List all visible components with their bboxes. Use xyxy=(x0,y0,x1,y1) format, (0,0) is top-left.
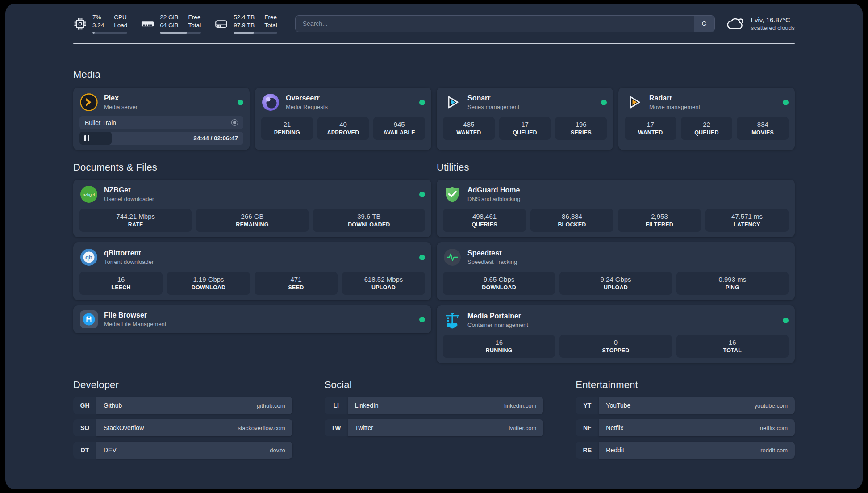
stat-label: SERIES xyxy=(558,130,604,136)
weather-condition: scattered clouds xyxy=(751,25,795,31)
stat-label: STOPPED xyxy=(562,347,669,354)
stat-value: 16 xyxy=(446,338,552,346)
stat-tile-queued: 22 QUEUED xyxy=(681,117,733,140)
bookmark-abbr: TW xyxy=(325,419,348,436)
ram-metric: 22 GiB 64 GiB Free Total xyxy=(141,13,201,34)
bookmark-abbr: SO xyxy=(73,419,96,436)
app-card-nzbget[interactable]: nzbget NZBGet Usenet downloader 744.21 M… xyxy=(73,180,431,237)
bookmark-github[interactable]: GH Github github.com xyxy=(73,397,292,414)
app-name-adguard: AdGuard Home xyxy=(467,186,521,194)
status-online-dot xyxy=(783,318,789,323)
status-online-dot xyxy=(419,255,425,260)
bookmark-dev[interactable]: DT DEV dev.to xyxy=(73,442,292,459)
stat-value: 196 xyxy=(558,121,604,128)
stat-value: 266 GB xyxy=(199,213,305,220)
stat-label: TOTAL xyxy=(679,347,786,354)
bookmark-name: Netflix xyxy=(606,424,623,431)
bookmark-abbr: LI xyxy=(325,397,348,414)
stat-value: 0.993 ms xyxy=(679,276,786,283)
stat-value: 16 xyxy=(679,338,786,346)
app-card-portainer[interactable]: Media Portainer Container management 16 … xyxy=(437,305,795,363)
section-title-documents: Documents & Files xyxy=(73,162,431,173)
bookmark-name: LinkedIn xyxy=(355,402,379,409)
section-documents: Documents & Files nzbget NZBGet U xyxy=(73,162,431,333)
bookmark-youtube[interactable]: YT YouTube youtube.com xyxy=(576,397,795,414)
status-online-dot xyxy=(601,100,607,105)
app-card-qbittorrent[interactable]: qb qBittorrent Torrent downloader 16 LEE… xyxy=(73,242,431,300)
stat-tile-available: 945 AVAILABLE xyxy=(373,117,425,140)
cpu-icon xyxy=(73,17,87,31)
now-playing-title: Bullet Train xyxy=(85,119,116,126)
app-card-radarr[interactable]: Radarr Movie management 17 WANTED 22 QUE… xyxy=(618,88,795,150)
app-card-overseerr[interactable]: Overseerr Media Requests 21 PENDING 40 A… xyxy=(255,88,431,150)
stat-tile-pending: 21 PENDING xyxy=(261,117,313,140)
filebrowser-icon xyxy=(79,310,98,329)
bookmark-url: netflix.com xyxy=(760,425,788,431)
bookmark-twitter[interactable]: TW Twitter twitter.com xyxy=(325,419,544,436)
stat-tile-upload: 9.24 Gbps UPLOAD xyxy=(559,272,672,295)
pause-button[interactable] xyxy=(84,135,89,141)
search-input[interactable] xyxy=(296,16,694,32)
section-title-social: Social xyxy=(325,379,544,391)
stat-tile-upload: 618.52 Mbps UPLOAD xyxy=(342,272,425,295)
app-card-plex[interactable]: Plex Media server Bullet Train 24:44 / 0… xyxy=(73,88,250,150)
speedtest-icon xyxy=(443,248,462,267)
app-card-speedtest[interactable]: Speedtest Speedtest Tracking 9.65 Gbps D… xyxy=(437,242,795,300)
app-desc-speedtest: Speedtest Tracking xyxy=(467,259,517,265)
bookmark-url: youtube.com xyxy=(755,402,788,409)
app-desc-radarr: Movie management xyxy=(649,104,700,110)
stat-label: AVAILABLE xyxy=(376,130,422,136)
cpu-metric: 7% 3.24 CPU Load xyxy=(73,13,127,34)
player-progress-bar[interactable]: 24:44 / 02:06:47 xyxy=(79,132,243,145)
bookmark-url: reddit.com xyxy=(760,447,788,454)
stat-label: FILTERED xyxy=(621,221,698,228)
bookmark-url: linkedin.com xyxy=(504,402,536,409)
overseerr-icon xyxy=(261,93,280,112)
cloud-icon xyxy=(726,16,745,32)
stat-label: RUNNING xyxy=(446,347,552,354)
stat-label: PING xyxy=(679,284,786,291)
cpu-load-value: 3.24 xyxy=(92,21,104,29)
stat-label: QUERIES xyxy=(446,221,523,228)
bookmark-abbr: GH xyxy=(73,397,96,414)
ram-total-value: 64 GiB xyxy=(160,21,178,29)
app-desc-sonarr: Series management xyxy=(467,104,519,110)
stat-tile-blocked: 86,384 BLOCKED xyxy=(530,209,613,232)
search-engine-button[interactable]: G xyxy=(694,16,714,32)
bookmark-stackoverflow[interactable]: SO StackOverflow stackoverflow.com xyxy=(73,419,292,436)
stat-value: 744.21 Mbps xyxy=(82,213,189,220)
bookmark-reddit[interactable]: RE Reddit reddit.com xyxy=(576,442,795,459)
app-card-sonarr[interactable]: Sonarr Series management 485 WANTED 17 Q… xyxy=(437,88,613,150)
section-utilities: Utilities AdGuard Home xyxy=(437,162,795,363)
app-desc-portainer: Container management xyxy=(467,322,528,328)
section-title-entertainment: Entertainment xyxy=(576,379,795,391)
stat-tile-queries: 498,461 QUERIES xyxy=(443,209,526,232)
now-playing-row: Bullet Train xyxy=(79,116,243,129)
status-online-dot xyxy=(238,100,243,105)
app-card-filebrowser[interactable]: File Browser Media File Management xyxy=(73,305,431,333)
bookmark-name: Github xyxy=(104,402,122,409)
stat-label: LATENCY xyxy=(708,221,786,228)
disk-free-label: Free xyxy=(264,13,277,21)
stat-value: 39.6 TB xyxy=(316,213,422,220)
app-card-adguard[interactable]: AdGuard Home DNS and adblocking 498,461 … xyxy=(437,180,795,237)
stat-value: 618.52 Mbps xyxy=(345,276,422,283)
stat-label: WANTED xyxy=(446,130,492,136)
stat-value: 47.571 ms xyxy=(708,213,786,220)
stat-tile-queued: 17 QUEUED xyxy=(499,117,551,140)
app-name-overseerr: Overseerr xyxy=(286,94,328,102)
bookmark-url: stackoverflow.com xyxy=(238,425,285,431)
section-developer: Developer GH Github github.com SO StackO… xyxy=(73,379,292,459)
ram-progress-fill xyxy=(160,32,187,34)
session-icon[interactable] xyxy=(231,119,238,126)
ram-free-label: Free xyxy=(188,13,201,21)
bookmark-linkedin[interactable]: LI LinkedIn linkedin.com xyxy=(325,397,544,414)
stat-tile-download: 1.19 Gbps DOWNLOAD xyxy=(167,272,250,295)
stat-tile-filtered: 2,953 FILTERED xyxy=(618,209,701,232)
stat-value: 945 xyxy=(376,121,422,128)
disk-progress-fill xyxy=(234,32,254,34)
bookmark-netflix[interactable]: NF Netflix netflix.com xyxy=(576,419,795,436)
ram-icon xyxy=(141,17,154,31)
section-entertainment: Entertainment YT YouTube youtube.com NF … xyxy=(576,379,795,459)
stat-tile-approved: 40 APPROVED xyxy=(317,117,369,140)
